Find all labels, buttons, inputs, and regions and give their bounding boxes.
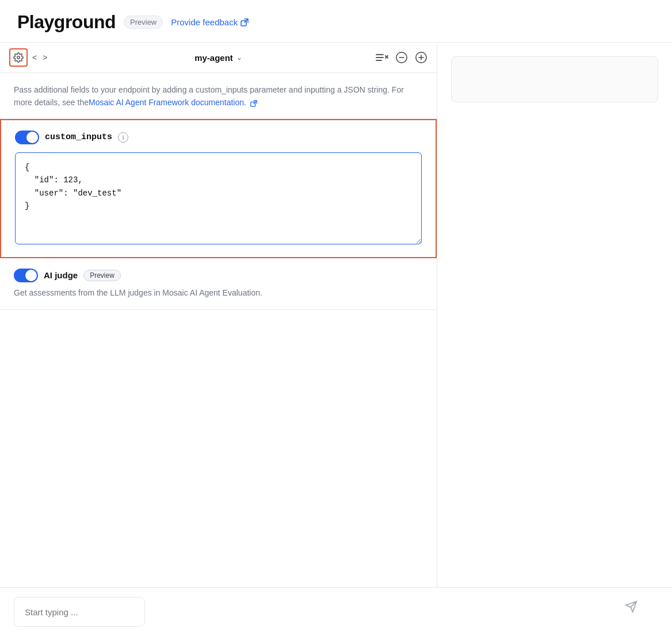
feedback-link[interactable]: Provide feedback <box>171 17 249 27</box>
ai-judge-section: AI judge Preview Get assessments from th… <box>0 258 437 310</box>
agent-selector[interactable]: my-agent ⌄ <box>194 53 242 63</box>
main-content: < > my-agent ⌄ <box>0 43 672 631</box>
ai-judge-toggle[interactable] <box>14 269 38 282</box>
preview-badge: Preview <box>124 16 163 29</box>
clear-button[interactable] <box>376 52 388 63</box>
bottom-bar <box>0 587 672 636</box>
ai-judge-toggle-knob <box>25 270 37 281</box>
toolbar-right <box>376 51 427 64</box>
custom-inputs-toggle[interactable] <box>15 131 39 144</box>
page-header: Playground Preview Provide feedback <box>0 0 672 43</box>
doc-external-icon <box>250 100 257 107</box>
agent-name: my-agent <box>194 53 233 63</box>
left-panel: < > my-agent ⌄ <box>0 43 437 631</box>
nav-arrows: < > <box>30 52 49 63</box>
right-panel <box>437 43 672 631</box>
custom-inputs-info-icon[interactable]: i <box>118 132 128 143</box>
expand-button[interactable] <box>415 51 427 64</box>
toggle-knob <box>26 132 38 143</box>
chevron-down-icon: ⌄ <box>236 53 242 62</box>
settings-button[interactable] <box>9 48 28 67</box>
custom-inputs-toggle-row: custom_inputs i <box>15 131 422 144</box>
plus-circle-icon <box>415 51 427 64</box>
collapse-button[interactable] <box>395 51 408 64</box>
custom-inputs-section: custom_inputs i { "id": 123, "user": "de… <box>0 119 437 258</box>
info-text: Pass additional fields to your endpoint … <box>14 83 423 109</box>
framework-doc-link[interactable]: Mosaic AI Agent Framework documentation. <box>89 98 257 107</box>
page-title: Playground <box>17 12 116 33</box>
toolbar: < > my-agent ⌄ <box>0 43 437 73</box>
custom-inputs-textarea[interactable]: { "id": 123, "user": "dev_test" } <box>15 152 422 244</box>
info-section: Pass additional fields to your endpoint … <box>0 73 437 119</box>
ai-judge-label: AI judge <box>44 270 78 280</box>
nav-right-arrow[interactable]: > <box>40 52 49 63</box>
minus-circle-icon <box>395 51 408 64</box>
svg-point-1 <box>17 56 20 59</box>
gear-icon <box>13 52 24 63</box>
send-icon <box>625 600 637 613</box>
right-input-placeholder <box>451 56 658 102</box>
right-panel-body <box>437 43 672 631</box>
ai-judge-header: AI judge Preview <box>14 269 423 282</box>
send-button[interactable] <box>625 600 637 613</box>
chat-input[interactable] <box>14 597 145 627</box>
custom-inputs-label: custom_inputs <box>45 132 112 142</box>
ai-judge-description: Get assessments from the LLM judges in M… <box>14 287 423 299</box>
ai-judge-preview-tag: Preview <box>83 270 121 281</box>
external-link-icon <box>240 18 249 26</box>
input-container <box>14 597 658 627</box>
nav-left-arrow[interactable]: < <box>30 52 39 63</box>
clear-icon <box>376 52 388 63</box>
